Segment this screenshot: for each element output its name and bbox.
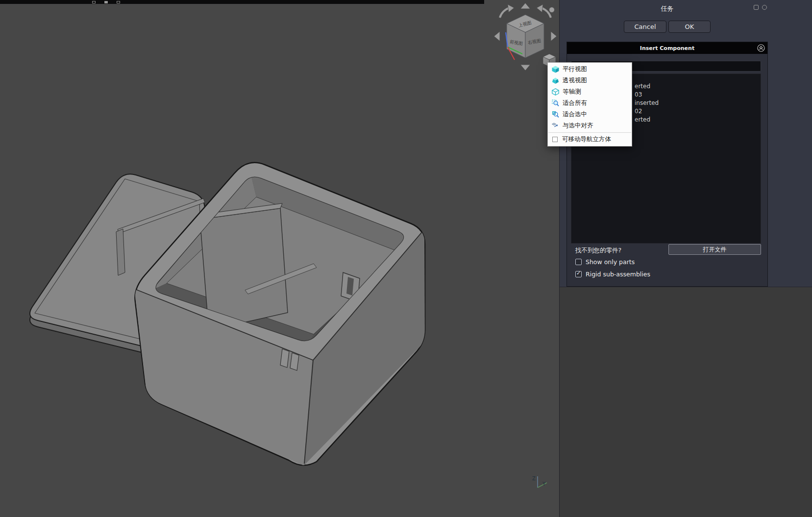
- rigid-subassemblies-checkbox[interactable]: [575, 271, 582, 277]
- component-list-item[interactable]: erted: [635, 116, 650, 123]
- fit-all-icon: [552, 99, 559, 107]
- panel-title: 任务: [566, 4, 768, 13]
- menu-item-label: 与选中对齐: [563, 122, 593, 130]
- nav-arrow-left[interactable]: [494, 31, 500, 41]
- nav-circle-button[interactable]: [549, 7, 555, 13]
- rotate-cw-arrowhead-icon[interactable]: [537, 4, 543, 12]
- component-list-item[interactable]: 03: [635, 91, 642, 98]
- isometric-view-icon: [552, 88, 559, 96]
- section-header[interactable]: Insert Component: [567, 42, 767, 54]
- 3d-viewport[interactable]: 上视图 前视图 右视图: [0, 0, 559, 517]
- show-only-parts-label: Show only parts: [586, 258, 635, 266]
- nav-cube-context-menu: 平行视图 透视视图 等轴测: [547, 62, 632, 147]
- rigid-subassemblies-label: Rigid sub-assemblies: [586, 271, 650, 278]
- menu-item-perspective-view[interactable]: 透视视图: [548, 75, 632, 86]
- menu-item-label: 透视视图: [563, 76, 587, 85]
- component-list-item[interactable]: 02: [635, 108, 642, 115]
- navigation-cube[interactable]: 上视图 前视图 右视图: [494, 3, 557, 71]
- menu-item-label: 可移动导航立方体: [562, 135, 611, 144]
- movable-nav-cube-checkbox[interactable]: [552, 137, 558, 142]
- menu-item-label: 适合所有: [563, 99, 587, 107]
- rotate-ccw-arrowhead-icon[interactable]: [508, 4, 514, 12]
- origin-axis-indicator: Z Y: [532, 476, 547, 488]
- collapse-section-icon[interactable]: [757, 44, 765, 52]
- 3d-scene[interactable]: 上视图 前视图 右视图: [0, 0, 559, 517]
- perspective-view-icon: [552, 77, 559, 84]
- open-file-button[interactable]: 打开文件: [668, 244, 761, 255]
- menu-item-isometric[interactable]: 等轴测: [548, 86, 632, 98]
- application-window: 上视图 前视图 右视图: [0, 0, 812, 517]
- align-to-selection-icon: [552, 122, 559, 129]
- part-not-found-label: 找不到您的零件?: [575, 246, 621, 255]
- cancel-button[interactable]: Cancel: [624, 21, 666, 33]
- section-title: Insert Component: [640, 45, 694, 51]
- window-icon[interactable]: [92, 1, 96, 3]
- show-only-parts-row[interactable]: Show only parts: [575, 258, 635, 266]
- menu-item-align-to-selection[interactable]: 与选中对齐: [548, 120, 632, 131]
- help-circle-icon[interactable]: [762, 5, 767, 10]
- nav-arrow-up[interactable]: [520, 3, 530, 9]
- menu-item-fit-all[interactable]: 适合所有: [548, 98, 632, 109]
- orthographic-view-icon: [552, 66, 559, 73]
- menu-item-label: 适合选中: [563, 110, 587, 119]
- menu-separator: [548, 132, 631, 133]
- axis-z-label: Z: [532, 476, 536, 481]
- nav-arrow-right[interactable]: [551, 31, 557, 41]
- menu-item-fit-selection[interactable]: 适合选中: [548, 109, 632, 120]
- fit-selection-icon: [552, 111, 559, 118]
- menu-item-label: 平行视图: [563, 65, 587, 74]
- axis-y-label: Y: [542, 481, 546, 487]
- float-window-icon[interactable]: [754, 5, 759, 10]
- ok-button[interactable]: OK: [668, 21, 711, 33]
- nav-arrow-down[interactable]: [520, 65, 530, 71]
- component-list-item[interactable]: erted: [635, 83, 650, 90]
- menu-item-movable-nav-cube[interactable]: 可移动导航立方体: [548, 134, 632, 145]
- rigid-subassemblies-row[interactable]: Rigid sub-assemblies: [575, 271, 650, 278]
- menu-item-label: 等轴测: [563, 88, 581, 96]
- menubar-strip: [0, 0, 484, 4]
- show-only-parts-checkbox[interactable]: [575, 259, 582, 265]
- component-list-item[interactable]: inserted: [635, 99, 659, 106]
- menu-item-parallel-view[interactable]: 平行视图: [548, 64, 632, 75]
- grid-icon[interactable]: [104, 1, 108, 3]
- panel-icon[interactable]: [117, 1, 120, 3]
